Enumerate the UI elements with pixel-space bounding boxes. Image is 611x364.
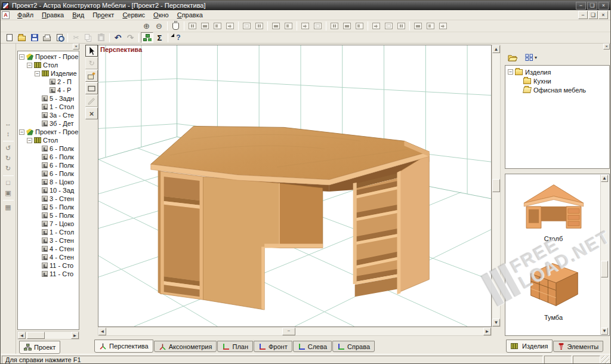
tree-group[interactable]: Стол (18, 61, 79, 69)
scrollbar-thumb[interactable]: − (282, 328, 295, 335)
viewport-horizontal-scrollbar[interactable]: ◄ − ► (98, 327, 492, 336)
rotate-cw-icon[interactable]: ↻ (2, 153, 14, 164)
library-tree-item[interactable]: Кухни (505, 76, 609, 85)
expander-icon[interactable] (27, 138, 32, 143)
menu-edit[interactable]: Правка (38, 11, 68, 19)
viewport-vertical-scrollbar[interactable]: ▲ ▼ (492, 45, 501, 327)
tree-leaf[interactable]: 1 - Стол (18, 228, 79, 236)
structure-icon[interactable] (141, 32, 153, 43)
preview-item[interactable]: Столб (510, 180, 597, 242)
menu-view[interactable]: Вид (68, 11, 88, 19)
tab-left-view[interactable]: Слева (293, 341, 332, 352)
rotate-tool[interactable]: ↻ (85, 57, 98, 69)
mdi-close-button[interactable]: × (598, 11, 608, 19)
tab-perspective[interactable]: Перспектива (94, 340, 153, 353)
viewport-3d[interactable]: Перспектива (98, 45, 492, 327)
size-icon-3[interactable] (395, 21, 408, 32)
scroll-left-icon[interactable]: ◄ (98, 328, 106, 335)
redo-icon[interactable]: ↷ (124, 32, 137, 43)
align-icon-1[interactable] (186, 21, 199, 32)
tree-leaf[interactable]: 6 - Полк (18, 169, 79, 178)
tree-group[interactable]: Изделие (18, 69, 79, 78)
create-part-tool[interactable] (85, 70, 98, 82)
tree-leaf[interactable]: 7 - Цоко (18, 220, 79, 228)
align-icon-7[interactable] (270, 21, 282, 32)
scroll-down-icon[interactable]: ▼ (601, 328, 608, 335)
tab-products[interactable]: Изделия (506, 340, 553, 353)
menu-project[interactable]: Проект (88, 11, 118, 19)
menu-window[interactable]: Окно (149, 11, 173, 19)
scrollbar-thumb[interactable] (492, 179, 500, 192)
distribute-icon-2[interactable] (311, 21, 324, 32)
save-icon[interactable] (28, 32, 41, 43)
tree-leaf[interactable]: 5 - Полк (18, 211, 79, 220)
tab-plan[interactable]: План (217, 341, 253, 352)
tree-group[interactable]: Стол (18, 136, 79, 144)
tree-panel-close-icon[interactable]: × (73, 44, 79, 50)
library-tree-item[interactable]: Изделия (505, 67, 609, 76)
paste-icon[interactable] (95, 32, 107, 43)
size-icon-2[interactable] (382, 21, 395, 32)
new-document-icon[interactable] (3, 32, 16, 43)
menu-file[interactable]: Файл (13, 11, 38, 19)
preview-scrollbar[interactable]: ▲ ▼ (600, 175, 609, 335)
draw-tool[interactable] (85, 95, 98, 107)
tree-leaf[interactable]: 1 - Стол (18, 103, 79, 111)
tree-leaf[interactable]: 6 - Полк (18, 161, 79, 169)
scroll-left-icon[interactable]: ◄ (18, 332, 26, 339)
cut-icon[interactable]: ✂ (70, 32, 82, 43)
tree-leaf[interactable]: 11 - Сто (18, 270, 79, 278)
align-icon-5[interactable] (240, 21, 253, 32)
open-icon[interactable] (16, 32, 28, 43)
tree-leaf[interactable]: 5 - Полк (18, 203, 79, 211)
pan-hand-icon[interactable] (169, 21, 182, 32)
tab-axonometry[interactable]: Аксонометрия (154, 341, 217, 352)
open-library-button[interactable] (505, 51, 520, 63)
tree-leaf[interactable]: 6 - Полк (18, 144, 79, 153)
distribute-icon-5[interactable] (353, 21, 366, 32)
close-button[interactable]: × (598, 2, 609, 10)
grid-icon-3[interactable] (437, 21, 449, 32)
menu-help[interactable]: Справка (173, 11, 207, 19)
scroll-up-icon[interactable]: ▲ (601, 175, 608, 182)
scroll-down-icon[interactable]: ▼ (492, 319, 500, 326)
tab-right-view[interactable]: Справа (332, 341, 375, 352)
tree-horizontal-scrollbar[interactable]: ◄ ► (17, 331, 79, 340)
preview-item[interactable]: Тумба (510, 257, 597, 321)
tree-leaf[interactable]: 8 - Цоко (18, 178, 79, 186)
tab-elements[interactable]: Элементы (553, 341, 603, 352)
grid-icon-2[interactable] (424, 21, 437, 32)
tree-leaf[interactable]: 3 - Стен (18, 236, 79, 245)
size-icon-1[interactable] (370, 21, 382, 32)
context-help-icon[interactable]: ? (170, 32, 183, 43)
tree-leaf[interactable]: 4 - Стен (18, 253, 79, 261)
select-filled-icon[interactable]: ▣ (2, 188, 14, 198)
tree-project-2[interactable]: Проект - Прое (18, 128, 79, 136)
align-icon-4[interactable] (224, 21, 236, 32)
delete-tool[interactable]: × (85, 107, 98, 119)
tab-front[interactable]: Фронт (254, 341, 292, 352)
tree-leaf[interactable]: 4 - Р (18, 86, 79, 94)
scrollbar-thumb[interactable] (601, 261, 608, 277)
rotate-ccw-icon[interactable]: ↺ (2, 143, 14, 153)
tree-leaf[interactable]: 3б - Дет (18, 119, 79, 128)
print-preview-icon[interactable] (53, 32, 66, 43)
view-mode-button[interactable]: ▾ (521, 51, 541, 63)
zoom-in-icon[interactable]: ⊕ (140, 21, 153, 32)
expander-icon[interactable] (35, 71, 40, 76)
tree-leaf[interactable]: 6 - Полк (18, 153, 79, 161)
expander-icon[interactable] (19, 129, 24, 135)
distribute-icon-4[interactable] (341, 21, 353, 32)
expander-icon[interactable] (27, 63, 32, 68)
select-tool[interactable] (85, 45, 98, 57)
restore-button[interactable]: ❏ (587, 2, 597, 10)
expander-icon[interactable] (508, 69, 513, 75)
menu-service[interactable]: Сервис (118, 11, 149, 19)
tree-leaf[interactable]: 10 - Зад (18, 186, 79, 195)
copy-icon[interactable] (82, 32, 95, 43)
tree-leaf[interactable]: 11 - Сто (18, 261, 79, 270)
rotate-180-icon[interactable]: ↻ (2, 164, 14, 174)
distribute-icon-1[interactable] (299, 21, 311, 32)
distribute-icon-3[interactable] (328, 21, 341, 32)
properties-icon[interactable]: ▦ (2, 202, 14, 212)
